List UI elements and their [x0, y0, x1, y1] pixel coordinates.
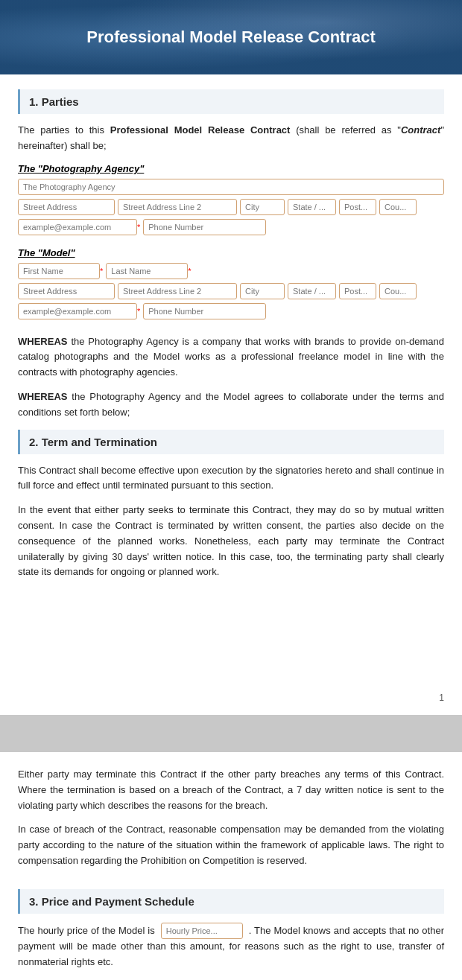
- model-street2-input[interactable]: [118, 283, 237, 299]
- agency-country-input[interactable]: [379, 199, 417, 215]
- page-break: [0, 715, 462, 752]
- agency-state-input[interactable]: [288, 199, 336, 215]
- model-address-row: [18, 283, 444, 299]
- agency-street-input[interactable]: [18, 199, 115, 215]
- hourly-price-input[interactable]: [161, 923, 243, 939]
- agency-address-row: [18, 199, 444, 215]
- model-email-input[interactable]: [18, 303, 137, 319]
- page-header: Professional Model Release Contract: [0, 0, 462, 74]
- page-2: Either party may terminate this Contract…: [0, 752, 462, 980]
- model-firstname-required: *: [100, 267, 103, 276]
- term-para-4: In case of breach of the Contract, reaso…: [18, 822, 444, 868]
- section-3-title: 3. Price and Payment Schedule: [18, 889, 444, 914]
- model-name-row: * *: [18, 263, 444, 279]
- model-email-wrapper: *: [18, 303, 140, 319]
- page-number: 1: [439, 693, 444, 703]
- model-phone-input[interactable]: [143, 303, 266, 319]
- term-para-2: In the event that either party seeks to …: [18, 503, 444, 580]
- page-title: Professional Model Release Contract: [86, 28, 376, 47]
- term-para-3: Either party may terminate this Contract…: [18, 767, 444, 813]
- agency-city-input[interactable]: [240, 199, 285, 215]
- model-contact-row: *: [18, 303, 444, 319]
- model-street-input[interactable]: [18, 283, 115, 299]
- model-firstname-input[interactable]: [18, 263, 100, 279]
- model-label: The "Model": [18, 247, 444, 258]
- model-state-input[interactable]: [288, 283, 336, 299]
- price-para-1: The hourly price of the Model is . The M…: [18, 923, 444, 970]
- agency-post-input[interactable]: [339, 199, 376, 215]
- section-2-title: 2. Term and Termination: [18, 430, 444, 454]
- section-1-title: 1. Parties: [18, 89, 444, 114]
- model-lastname-input[interactable]: [106, 263, 188, 279]
- whereas-1-paragraph: WHEREAS the Photography Agency is a comp…: [18, 334, 444, 381]
- agency-name-input[interactable]: [18, 179, 444, 195]
- agency-name-row: [18, 179, 444, 195]
- agency-phone-input[interactable]: [143, 219, 266, 235]
- agency-contact-row: *: [18, 219, 444, 235]
- agency-street2-input[interactable]: [118, 199, 237, 215]
- photography-agency-label: The "Photography Agency": [18, 163, 444, 174]
- agency-email-input[interactable]: [18, 219, 137, 235]
- model-lastname-wrapper: *: [106, 263, 191, 279]
- term-para-1: This Contract shall become effective upo…: [18, 463, 444, 494]
- agency-email-required: *: [137, 223, 140, 232]
- model-firstname-wrapper: *: [18, 263, 103, 279]
- model-city-input[interactable]: [240, 283, 285, 299]
- intro-paragraph: The parties to this Professional Model R…: [18, 123, 444, 154]
- model-lastname-required: *: [188, 267, 191, 276]
- model-email-required: *: [137, 307, 140, 316]
- page-1: 1. Parties The parties to this Professio…: [0, 74, 462, 715]
- model-country-input[interactable]: [379, 283, 417, 299]
- model-post-input[interactable]: [339, 283, 376, 299]
- whereas-2-paragraph: WHEREAS the Photography Agency and the M…: [18, 389, 444, 421]
- agency-email-wrapper: *: [18, 219, 140, 235]
